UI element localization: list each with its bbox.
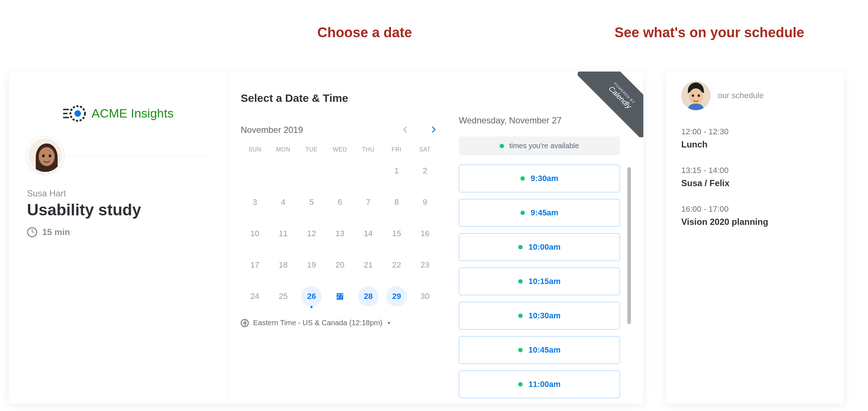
svg-point-10 (689, 88, 703, 104)
day-empty (354, 160, 383, 182)
calendar-column: Select a Date & Time November 2019 SUNMO… (228, 72, 443, 404)
day-empty (269, 160, 298, 182)
next-month-button[interactable] (428, 124, 439, 135)
day-number: 11 (279, 229, 287, 238)
availability-text: times you're available (509, 142, 579, 150)
day-number: 5 (309, 197, 314, 207)
day-number: 19 (307, 260, 316, 270)
svg-point-8 (49, 154, 51, 157)
availability-dot-icon (500, 144, 504, 148)
chevron-left-icon (402, 126, 408, 133)
day-available[interactable]: 29 (386, 286, 407, 307)
day-number: 24 (251, 292, 259, 301)
timezone-selector[interactable]: Eastern Time - US & Canada (12:18pm) ▼ (241, 319, 439, 327)
weekday-header-row: SUNMONTUEWEDTHUFRISAT (241, 146, 439, 153)
selected-date-label: Wednesday, November 27 (459, 115, 620, 126)
time-slot-button[interactable]: 10:45am (459, 336, 620, 364)
day-disabled: 23 (411, 254, 439, 276)
host-name: Susa Hart (27, 188, 209, 199)
day-disabled: 13 (326, 222, 354, 245)
caption-see-schedule: See what's on your schedule (615, 25, 804, 41)
day-number: 16 (421, 229, 429, 238)
caret-down-icon: ▼ (387, 320, 391, 326)
day-number: 15 (392, 229, 401, 238)
event-name: Vision 2020 planning (681, 217, 829, 227)
day-empty (241, 160, 269, 182)
time-slot-label: 10:15am (528, 277, 561, 286)
day-available[interactable]: 26 (301, 286, 322, 307)
day-disabled: 17 (241, 254, 269, 276)
duration-value: 15 min (42, 227, 70, 237)
schedule-event: 13:15 - 14:00Susa / Felix (681, 166, 829, 188)
availability-dot-icon (518, 382, 523, 387)
event-time: 12:00 - 12:30 (681, 127, 829, 137)
day-disabled: 18 (269, 254, 298, 276)
event-name: Susa / Felix (681, 178, 829, 188)
day-disabled: 8 (383, 191, 411, 214)
weekday-label: SUN (241, 146, 269, 153)
weekday-label: THU (354, 146, 383, 153)
day-number: 13 (336, 229, 344, 238)
day-cell[interactable]: 28 (354, 285, 383, 308)
caption-choose-date: Choose a date (317, 25, 412, 41)
meeting-info-column: ACME Insights Susa Hart Usability study (9, 72, 228, 404)
day-disabled: 12 (297, 222, 326, 245)
time-slot-button[interactable]: 11:00am (459, 370, 620, 398)
day-disabled: 7 (354, 191, 383, 214)
day-selected[interactable]: 27 (337, 293, 343, 300)
event-time: 16:00 - 17:00 (681, 204, 829, 214)
time-slot-label: 10:00am (528, 242, 561, 252)
schedule-panel: our schedule 12:00 - 12:30Lunch13:15 - 1… (666, 72, 844, 404)
user-avatar (681, 81, 710, 110)
timezone-label: Eastern Time - US & Canada (12:18pm) (253, 319, 383, 327)
day-empty (297, 160, 326, 182)
day-disabled: 5 (297, 191, 326, 214)
day-number: 3 (253, 197, 257, 207)
day-cell[interactable]: 29 (383, 285, 411, 308)
day-disabled: 20 (326, 254, 354, 276)
brand-logo: ACME Insights (62, 104, 174, 123)
day-disabled: 19 (297, 254, 326, 276)
day-number: 14 (364, 229, 372, 238)
schedule-event: 12:00 - 12:30Lunch (681, 127, 829, 150)
day-disabled: 11 (269, 222, 298, 245)
globe-icon (241, 319, 249, 327)
host-avatar (27, 137, 63, 173)
day-disabled: 25 (269, 285, 298, 308)
schedule-title: our schedule (718, 91, 764, 100)
day-available[interactable]: 28 (358, 286, 379, 307)
time-slot-button[interactable]: 10:00am (459, 233, 620, 261)
day-cell[interactable]: 26 (297, 285, 326, 308)
weekday-label: SAT (411, 146, 439, 153)
day-number: 7 (366, 197, 371, 207)
calendar-grid: 1234567891011121314151617181920212223242… (241, 160, 439, 308)
schedule-event: 16:00 - 17:00Vision 2020 planning (681, 204, 829, 227)
day-number: 21 (364, 260, 372, 270)
day-number: 9 (423, 197, 427, 207)
availability-dot-icon (520, 176, 525, 181)
time-slot-button[interactable]: 9:45am (459, 199, 620, 227)
gear-eye-icon (62, 104, 88, 123)
availability-dot-icon (518, 348, 523, 352)
time-slot-button[interactable]: 10:30am (459, 302, 620, 330)
scrollbar[interactable] (627, 167, 631, 324)
time-slot-label: 9:45am (531, 208, 558, 218)
day-disabled: 15 (383, 222, 411, 245)
month-label: November 2019 (241, 125, 303, 135)
svg-point-7 (42, 154, 45, 157)
weekday-label: TUE (297, 146, 326, 153)
clock-icon (27, 227, 37, 237)
day-cell[interactable]: 27 (326, 285, 354, 308)
event-time: 13:15 - 14:00 (681, 166, 829, 175)
booking-panel: POWERED BY Calendly ACME (9, 72, 643, 404)
time-slot-button[interactable]: 9:30am (459, 165, 620, 192)
day-number: 2 (423, 166, 427, 176)
day-disabled: 14 (354, 222, 383, 245)
availability-dot-icon (518, 314, 523, 318)
day-number: 10 (251, 229, 259, 238)
timeslot-column: Wednesday, November 27 times you're avai… (443, 72, 643, 404)
day-number: 4 (281, 197, 285, 207)
day-disabled: 4 (269, 191, 298, 214)
time-slot-button[interactable]: 10:15am (459, 268, 620, 295)
prev-month-button[interactable] (400, 124, 411, 135)
